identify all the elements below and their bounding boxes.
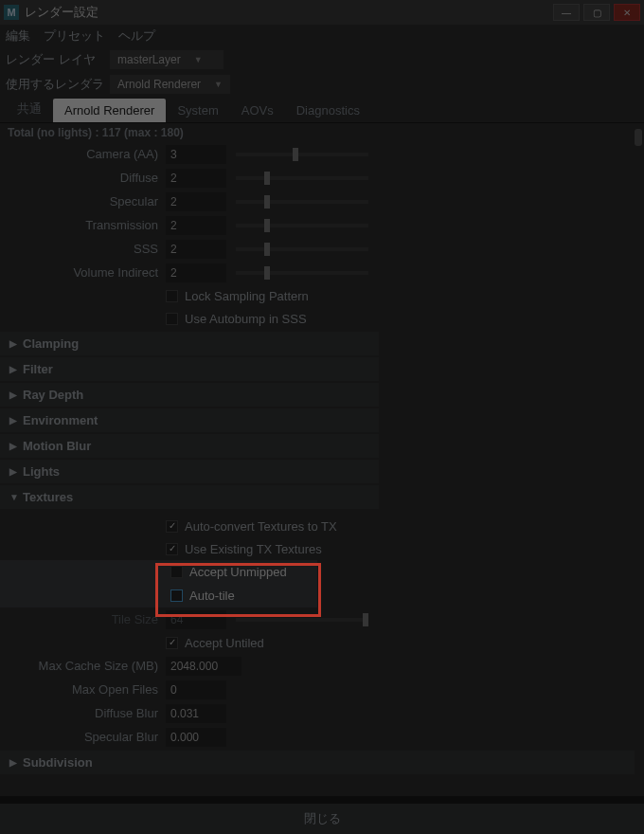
- volume-indirect-slider[interactable]: [236, 271, 368, 275]
- accept-unmipped-row: Accept Unmipped: [0, 560, 317, 584]
- chevron-down-icon: ▼: [9, 492, 23, 502]
- section-clamping[interactable]: ▶Clamping: [0, 332, 379, 355]
- tab-common[interactable]: 共通: [6, 96, 53, 122]
- diffuseblur-label: Diffuse Blur: [0, 706, 166, 720]
- close-button[interactable]: ✕: [614, 4, 640, 21]
- section-raydepth[interactable]: ▶Ray Depth: [0, 383, 379, 407]
- maxopen-input[interactable]: 0: [166, 680, 226, 699]
- section-filter[interactable]: ▶Filter: [0, 357, 379, 381]
- autoconvert-row: Auto-convert Textures to TX: [0, 515, 644, 537]
- chevron-down-icon: ▼: [214, 80, 223, 89]
- camera-aa-input[interactable]: 3: [166, 145, 226, 164]
- specular-input[interactable]: 2: [166, 192, 226, 211]
- chevron-right-icon: ▶: [9, 415, 23, 426]
- window-title: レンダー設定: [25, 4, 98, 21]
- section-motionblur[interactable]: ▶Motion Blur: [0, 434, 379, 458]
- diffuse-input[interactable]: 2: [166, 169, 226, 188]
- autobump-checkbox[interactable]: [166, 313, 178, 325]
- specularblur-input[interactable]: 0.000: [166, 728, 226, 747]
- accept-untiled-row: Accept Untiled: [0, 631, 644, 654]
- maxcache-input[interactable]: 2048.000: [166, 657, 242, 676]
- camera-aa-slider[interactable]: [236, 153, 368, 156]
- accept-unmipped-checkbox[interactable]: [170, 566, 183, 578]
- tilesize-input[interactable]: 64: [166, 610, 226, 629]
- maxcache-label: Max Cache Size (MB): [0, 659, 166, 673]
- tilesize-label: Tile Size: [0, 612, 166, 626]
- useexisting-checkbox[interactable]: [166, 543, 178, 555]
- chevron-right-icon: ▶: [9, 390, 23, 400]
- section-environment[interactable]: ▶Environment: [0, 408, 379, 432]
- accept-unmipped-label: Accept Unmipped: [189, 565, 287, 579]
- section-subdivision[interactable]: ▶Subdivision: [0, 751, 635, 774]
- menu-help[interactable]: ヘルプ: [118, 27, 155, 45]
- sss-label: SSS: [0, 242, 166, 256]
- maxcache-row: Max Cache Size (MB) 2048.000: [0, 654, 644, 678]
- lock-sampling-checkbox[interactable]: [166, 290, 178, 302]
- specular-row: Specular 2: [0, 190, 644, 213]
- accept-untiled-checkbox[interactable]: [166, 637, 178, 649]
- transmission-row: Transmission 2: [0, 213, 644, 237]
- chevron-right-icon: ▶: [9, 338, 23, 349]
- render-layer-dropdown[interactable]: masterLayer ▼: [110, 50, 224, 69]
- autobump-row: Use Autobump in SSS: [0, 307, 644, 330]
- section-lights[interactable]: ▶Lights: [0, 460, 379, 483]
- volume-indirect-label: Volume Indirect: [0, 265, 166, 280]
- tilesize-row: Tile Size 64: [0, 607, 644, 631]
- useexisting-row: Use Existing TX Textures: [0, 537, 644, 560]
- diffuseblur-row: Diffuse Blur 0.031: [0, 701, 644, 725]
- camera-aa-row: Camera (AA) 3: [0, 142, 644, 166]
- tab-system[interactable]: System: [166, 99, 229, 122]
- sss-input[interactable]: 2: [166, 240, 226, 259]
- close-window-button[interactable]: 閉じる: [304, 810, 341, 827]
- renderer-row: 使用するレンダラ Arnold Renderer ▼: [0, 72, 644, 97]
- app-icon: M: [4, 5, 19, 20]
- menu-edit[interactable]: 編集: [6, 27, 30, 45]
- lock-sampling-row: Lock Sampling Pattern: [0, 284, 644, 307]
- useexisting-label: Use Existing TX Textures: [185, 542, 322, 556]
- tabs: 共通 Arnold Renderer System AOVs Diagnosti…: [0, 97, 644, 123]
- tilesize-slider[interactable]: [236, 618, 368, 622]
- autoconvert-label: Auto-convert Textures to TX: [185, 519, 337, 534]
- chevron-right-icon: ▶: [9, 364, 23, 374]
- autotile-label: Auto-tile: [189, 589, 235, 603]
- camera-aa-label: Camera (AA): [0, 147, 166, 161]
- tab-aovs[interactable]: AOVs: [230, 99, 285, 122]
- volume-indirect-input[interactable]: 2: [166, 263, 226, 282]
- autotile-checkbox[interactable]: [170, 589, 183, 602]
- diffuseblur-input[interactable]: 0.031: [166, 704, 226, 723]
- accept-untiled-label: Accept Untiled: [185, 636, 264, 650]
- menu-preset[interactable]: プリセット: [44, 27, 105, 45]
- section-textures[interactable]: ▼Textures: [0, 485, 379, 509]
- scrollbar-thumb[interactable]: [635, 129, 642, 146]
- render-layer-value: masterLayer: [117, 53, 181, 66]
- maxopen-label: Max Open Files: [0, 682, 166, 697]
- renderer-label: 使用するレンダラ: [6, 76, 110, 93]
- chevron-right-icon: ▶: [9, 466, 23, 477]
- specular-slider[interactable]: [236, 200, 368, 204]
- tab-arnold-renderer[interactable]: Arnold Renderer: [53, 99, 166, 122]
- maximize-button[interactable]: ▢: [583, 4, 610, 21]
- chevron-right-icon: ▶: [9, 441, 23, 451]
- maxopen-row: Max Open Files 0: [0, 678, 644, 701]
- footer: 閉じる: [0, 802, 644, 834]
- transmission-slider[interactable]: [236, 224, 368, 227]
- sampling-summary: Total (no lights) : 117 (max : 180): [0, 123, 644, 142]
- chevron-down-icon: ▼: [194, 55, 203, 64]
- specular-label: Specular: [0, 194, 166, 208]
- menubar: 編集 プリセット ヘルプ: [0, 25, 644, 47]
- tab-diagnostics[interactable]: Diagnostics: [285, 99, 371, 122]
- volume-indirect-row: Volume Indirect 2: [0, 261, 644, 284]
- render-layer-label: レンダー レイヤ: [6, 51, 110, 68]
- autobump-label: Use Autobump in SSS: [185, 312, 307, 326]
- renderer-dropdown[interactable]: Arnold Renderer ▼: [110, 75, 230, 94]
- minimize-button[interactable]: —: [553, 4, 580, 21]
- sss-slider[interactable]: [236, 247, 368, 251]
- diffuse-label: Diffuse: [0, 171, 166, 185]
- transmission-input[interactable]: 2: [166, 216, 226, 235]
- autoconvert-checkbox[interactable]: [166, 520, 178, 533]
- autotile-row: Auto-tile: [0, 584, 317, 607]
- specularblur-row: Specular Blur 0.000: [0, 725, 644, 749]
- diffuse-slider[interactable]: [236, 176, 368, 180]
- transmission-label: Transmission: [0, 218, 166, 232]
- titlebar: M レンダー設定 — ▢ ✕: [0, 0, 644, 25]
